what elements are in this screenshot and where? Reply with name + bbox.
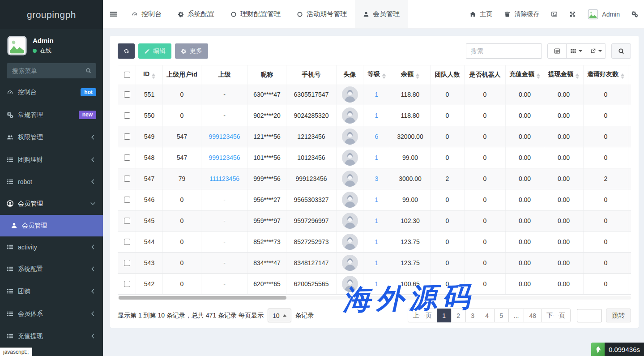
user-avatar-icon[interactable] [342, 107, 358, 124]
select-all-checkbox[interactable] [124, 72, 130, 78]
level-link[interactable]: 1 [375, 238, 379, 245]
parent-link[interactable]: 999123456 [209, 154, 240, 161]
sidebar-item-member-system[interactable]: 会员体系 [0, 303, 103, 325]
column-header-提现金额[interactable]: 提现金额 [544, 65, 584, 84]
jump-button[interactable]: 跳转 [606, 309, 631, 322]
nav-action-clear-cache[interactable]: 清除缓存 [498, 0, 545, 28]
row-checkbox[interactable] [124, 154, 130, 161]
horizontal-scrollbar[interactable] [118, 296, 631, 300]
user-avatar-icon[interactable] [342, 171, 358, 187]
sidebar-item-recharge-withdraw[interactable]: 充值提现 [0, 325, 103, 347]
more-button[interactable]: 更多 [175, 43, 208, 59]
row-checkbox[interactable] [124, 281, 130, 287]
page-button-48[interactable]: 48 [524, 309, 542, 322]
sort-arrows-icon[interactable] [537, 73, 540, 79]
level-link[interactable]: 1 [375, 112, 379, 119]
sidebar-item-members[interactable]: 会员管理 [0, 193, 103, 215]
user-avatar-icon[interactable] [342, 129, 358, 145]
jump-page-input[interactable] [577, 309, 602, 322]
page-button-1[interactable]: 1 [437, 309, 452, 322]
user-avatar-icon[interactable] [342, 276, 358, 292]
nav-action-fullscreen[interactable] [563, 0, 582, 28]
user-avatar-icon[interactable] [342, 213, 358, 229]
refresh-button[interactable] [118, 43, 135, 59]
user-avatar-icon[interactable] [342, 234, 358, 250]
cell-nickname: 620****65 [248, 274, 286, 295]
column-header-余额[interactable]: 余额 [390, 65, 431, 84]
columns-dropdown-button[interactable] [567, 44, 586, 58]
level-link[interactable]: 6 [375, 133, 379, 140]
row-checkbox[interactable] [124, 133, 130, 140]
nav-action-home[interactable]: 主页 [464, 0, 498, 28]
column-header-ID[interactable]: ID [136, 65, 163, 84]
sidebar-item-group-buy[interactable]: 团购 [0, 280, 103, 303]
sidebar-toggle-button[interactable] [103, 0, 124, 28]
sort-arrows-icon[interactable] [382, 73, 386, 79]
column-header-邀请好友数[interactable]: 邀请好友数 [584, 65, 628, 84]
nav-action-image[interactable] [545, 0, 563, 28]
cell-phone: 999123456 [286, 168, 337, 189]
search-submit-button[interactable] [611, 43, 631, 59]
horizontal-scrollbar-thumb[interactable] [119, 296, 286, 300]
export-dropdown-button[interactable] [586, 44, 606, 58]
row-checkbox[interactable] [124, 91, 130, 98]
search-icon [85, 68, 92, 74]
sidebar-item-permissions[interactable]: 权限管理 [0, 126, 103, 149]
sort-arrows-icon[interactable] [576, 73, 579, 79]
user-avatar-icon[interactable] [342, 86, 358, 103]
cell-level: 1 [363, 210, 390, 232]
sort-arrows-icon[interactable] [416, 73, 419, 79]
cell-avatar [337, 105, 363, 126]
user-avatar-icon[interactable] [342, 150, 358, 166]
toggle-detail-view-button[interactable] [548, 44, 567, 58]
sidebar-item-activity[interactable]: activity [0, 236, 103, 258]
row-checkbox[interactable] [124, 260, 130, 266]
sidebar-item-member-manage[interactable]: 会员管理 [0, 215, 103, 236]
page-button-下一页[interactable]: 下一页 [541, 309, 571, 322]
sidebar-item-general-manage[interactable]: 常规管理new [0, 103, 103, 126]
nav-tab-finance-config[interactable]: 理财配置管理 [222, 0, 289, 28]
app-logo[interactable]: groupingph [0, 0, 103, 29]
level-link[interactable]: 1 [375, 196, 379, 203]
row-checkbox[interactable] [124, 176, 130, 182]
edit-button[interactable]: 编辑 [138, 43, 171, 59]
page-button-5[interactable]: 5 [494, 309, 509, 322]
nav-tab-members[interactable]: 会员管理 [355, 0, 408, 28]
nav-action-user[interactable]: Admin [582, 0, 626, 28]
thinkphp-logo-icon[interactable] [591, 343, 605, 356]
sidebar-item-system-config[interactable]: 系统配置 [0, 258, 103, 280]
table-search-input[interactable] [466, 43, 542, 59]
nav-tab-dashboard[interactable]: 控制台 [124, 0, 170, 28]
nav-tab-system-config[interactable]: 系统配置 [170, 0, 222, 28]
parent-link[interactable]: 111123456 [209, 175, 239, 182]
page-button-2[interactable]: 2 [451, 309, 466, 322]
level-link[interactable]: 1 [375, 154, 379, 161]
user-avatar-icon[interactable] [342, 255, 358, 271]
sidebar-item-robot[interactable]: robot [0, 171, 103, 193]
level-link[interactable]: 1 [375, 91, 379, 98]
page-button-4[interactable]: 4 [480, 309, 495, 322]
page-button-...[interactable]: ... [508, 309, 525, 322]
level-link[interactable]: 3 [375, 175, 379, 182]
sidebar-item-group-finance[interactable]: 团购理财 [0, 149, 103, 171]
user-avatar-icon[interactable] [342, 192, 358, 208]
page-button-3[interactable]: 3 [465, 309, 480, 322]
row-checkbox[interactable] [124, 239, 130, 245]
sidebar-search-input[interactable] [7, 63, 96, 78]
column-header-充值金额[interactable]: 充值金额 [506, 65, 544, 84]
level-link[interactable]: 1 [375, 259, 379, 266]
column-header-等级[interactable]: 等级 [363, 65, 390, 84]
row-checkbox[interactable] [124, 112, 130, 119]
level-link[interactable]: 1 [375, 280, 379, 287]
row-checkbox[interactable] [124, 218, 130, 224]
sort-arrows-icon[interactable] [152, 73, 155, 79]
page-button-上一页[interactable]: 上一页 [408, 309, 437, 322]
sort-arrows-icon[interactable] [621, 73, 624, 79]
nav-action-settings[interactable] [626, 0, 644, 28]
level-link[interactable]: 1 [375, 217, 379, 224]
row-checkbox[interactable] [124, 197, 130, 203]
parent-link[interactable]: 999123456 [209, 133, 240, 140]
sidebar-item-dashboard[interactable]: 控制台hot [0, 81, 103, 103]
page-size-dropdown[interactable]: 10 [268, 309, 291, 322]
nav-tab-activity-period[interactable]: 活动期号管理 [289, 0, 355, 28]
